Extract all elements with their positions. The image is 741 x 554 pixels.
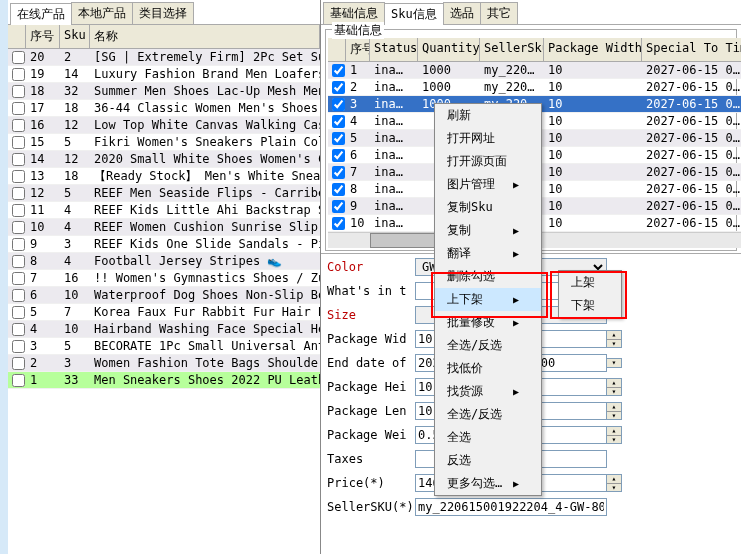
pkg-weight-spinner[interactable]: ▴▾ [607, 426, 622, 444]
table-row[interactable]: 202[SG | Extremely Firm] 2Pc Set Super [8, 49, 320, 66]
pkg-length-spinner[interactable]: ▴▾ [607, 402, 622, 420]
row-checkbox[interactable] [332, 81, 345, 94]
menu-item[interactable]: 批量修改▶ [435, 311, 541, 334]
table-row[interactable]: 57Korea Faux Fur Rabbit Fur Hair Band [8, 304, 320, 321]
menu-item[interactable]: 打开源页面 [435, 150, 541, 173]
group-title: 基础信息 [332, 22, 384, 39]
row-checkbox[interactable] [12, 357, 25, 370]
end-date-picker[interactable]: ▾ [607, 358, 622, 368]
table-row[interactable]: 133Men Sneakers Shoes 2022 PU Leather [8, 372, 320, 389]
table-row[interactable]: 1914Luxury Fashion Brand Men Loafers Sp [8, 66, 320, 83]
tab-local-products[interactable]: 本地产品 [71, 2, 133, 24]
chevron-right-icon: ▶ [513, 248, 519, 259]
table-row[interactable]: 35BECORATE 1Pc Small Universal Anti-S [8, 338, 320, 355]
row-checkbox[interactable] [332, 166, 345, 179]
tab-other[interactable]: 其它 [480, 2, 518, 24]
submenu-item[interactable]: 上架 [559, 271, 621, 294]
tab-category-select[interactable]: 类目选择 [132, 2, 194, 24]
table-row[interactable]: 716!! Women's Gymnastics Shoes / Zumba [8, 270, 320, 287]
row-checkbox[interactable] [332, 98, 345, 111]
row-checkbox[interactable] [332, 64, 345, 77]
chevron-right-icon: ▶ [513, 317, 519, 328]
row-checkbox[interactable] [332, 183, 345, 196]
right-grid-header: 序号 Status Quantity SellerSku Package Wid… [328, 38, 741, 62]
row-checkbox[interactable] [12, 170, 25, 183]
table-row[interactable]: 14122020 Small White Shoes Women's Casu [8, 151, 320, 168]
row-checkbox[interactable] [12, 374, 25, 387]
row-checkbox[interactable] [12, 340, 25, 353]
row-checkbox[interactable] [12, 68, 25, 81]
row-checkbox[interactable] [332, 200, 345, 213]
row-checkbox[interactable] [12, 51, 25, 64]
menu-item[interactable]: 上下架▶ [435, 288, 541, 311]
tab-selection[interactable]: 选品 [443, 2, 481, 24]
pkg-width-spinner[interactable]: ▴▾ [607, 330, 622, 348]
tab-basic-info[interactable]: 基础信息 [323, 2, 385, 24]
row-checkbox[interactable] [12, 187, 25, 200]
table-row[interactable]: 23Women Fashion Tote Bags Shoulder Cr [8, 355, 320, 372]
table-row[interactable]: 155Fikri Women's Sneakers Plain Color [8, 134, 320, 151]
context-menu[interactable]: 刷新打开网址打开源页面图片管理▶复制Sku复制▶翻译▶删除勾选上下架▶批量修改▶… [434, 103, 542, 496]
row-checkbox[interactable] [12, 272, 25, 285]
pkg-length-label: Package Len [327, 404, 415, 418]
row-checkbox[interactable] [12, 306, 25, 319]
row-checkbox[interactable] [12, 221, 25, 234]
row-checkbox[interactable] [332, 149, 345, 162]
table-row[interactable]: 2ina… 1000my_220… 102027-06-15 0… [328, 79, 741, 96]
table-row[interactable]: 114REEF Kids Little Ahi Backstrap Sand [8, 202, 320, 219]
menu-item[interactable]: 删除勾选 [435, 265, 541, 288]
pkg-weight-label: Package Wei [327, 428, 415, 442]
menu-item[interactable]: 打开网址 [435, 127, 541, 150]
row-checkbox[interactable] [12, 238, 25, 251]
row-checkbox[interactable] [12, 119, 25, 132]
sellersku-input[interactable] [415, 498, 607, 516]
table-row[interactable]: 1ina… 1000my_220… 102027-06-15 0… [328, 62, 741, 79]
row-checkbox[interactable] [332, 115, 345, 128]
table-row[interactable]: 84Football Jersey Stripes 👟 [8, 253, 320, 270]
pkg-height-label: Package Hei [327, 380, 415, 394]
menu-item[interactable]: 全选 [435, 426, 541, 449]
row-checkbox[interactable] [12, 255, 25, 268]
tab-online-products[interactable]: 在线产品 [10, 3, 72, 25]
row-checkbox[interactable] [332, 132, 345, 145]
menu-item[interactable]: 全选/反选 [435, 403, 541, 426]
size-label: Size [327, 308, 415, 322]
submenu-onoff-shelf[interactable]: 上架下架 [558, 270, 622, 318]
table-row[interactable]: 104REEF Women Cushion Sunrise Slip On [8, 219, 320, 236]
left-tabs: 在线产品 本地产品 类目选择 [8, 0, 320, 25]
menu-item[interactable]: 全选/反选 [435, 334, 541, 357]
pkg-height-spinner[interactable]: ▴▾ [607, 378, 622, 396]
right-tabs: 基础信息 Sku信息 选品 其它 [321, 0, 741, 25]
menu-item[interactable]: 复制Sku [435, 196, 541, 219]
menu-item[interactable]: 复制▶ [435, 219, 541, 242]
table-row[interactable]: 171836-44 Classic Women Men's Shoes Run [8, 100, 320, 117]
table-row[interactable]: 410Hairband Washing Face Special Headb [8, 321, 320, 338]
menu-item[interactable]: 翻译▶ [435, 242, 541, 265]
end-date-label: End date of [327, 356, 415, 370]
table-row[interactable]: 93REEF Kids One Slide Sandals - Pink [8, 236, 320, 253]
tab-sku-info[interactable]: Sku信息 [384, 3, 444, 25]
row-checkbox[interactable] [12, 289, 25, 302]
table-row[interactable]: 610Waterproof Dog Shoes Non-Slip Boots [8, 287, 320, 304]
row-checkbox[interactable] [332, 217, 345, 230]
menu-item[interactable]: 刷新 [435, 104, 541, 127]
price-spinner[interactable]: ▴▾ [607, 474, 622, 492]
row-checkbox[interactable] [12, 323, 25, 336]
row-checkbox[interactable] [12, 204, 25, 217]
menu-item[interactable]: 找低价 [435, 357, 541, 380]
table-row[interactable]: 1318【Ready Stock】 Men's White Sneaker [8, 168, 320, 185]
chevron-right-icon: ▶ [513, 478, 519, 489]
table-row[interactable]: 1612Low Top White Canvas Walking Casual [8, 117, 320, 134]
row-checkbox[interactable] [12, 102, 25, 115]
row-checkbox[interactable] [12, 153, 25, 166]
menu-item[interactable]: 找货源▶ [435, 380, 541, 403]
submenu-item[interactable]: 下架 [559, 294, 621, 317]
menu-item[interactable]: 图片管理▶ [435, 173, 541, 196]
table-row[interactable]: 1832Summer Men Shoes Lac-Up Mesh Men Ca [8, 83, 320, 100]
menu-item[interactable]: 更多勾选…▶ [435, 472, 541, 495]
sellersku-label: SellerSKU(*) [327, 500, 415, 514]
row-checkbox[interactable] [12, 85, 25, 98]
menu-item[interactable]: 反选 [435, 449, 541, 472]
row-checkbox[interactable] [12, 136, 25, 149]
table-row[interactable]: 125REEF Men Seaside Flips - Carribean [8, 185, 320, 202]
